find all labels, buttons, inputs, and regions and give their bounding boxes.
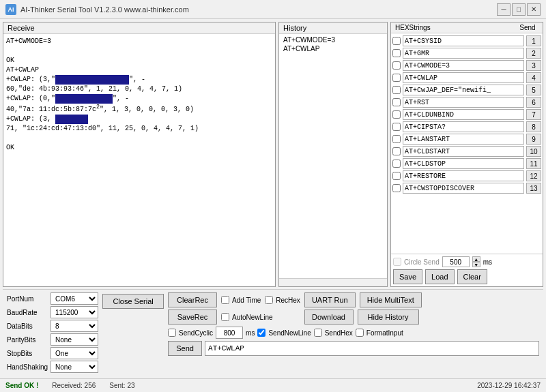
mt-checkbox-6[interactable] — [392, 98, 401, 106]
history-scrollbar[interactable] — [279, 278, 387, 286]
mt-send-btn-4[interactable]: 4 — [526, 72, 541, 83]
mt-send-btn-13[interactable]: 13 — [526, 183, 541, 194]
mt-input-8[interactable] — [403, 121, 524, 132]
receive-text[interactable]: AT+CWMODE=3 OK AT+CWLAP +CWLAP: (3," ", … — [3, 34, 275, 286]
mt-send-btn-6[interactable]: 6 — [526, 97, 541, 108]
mt-send-btn-12[interactable]: 12 — [526, 170, 541, 181]
mt-checkbox-11[interactable] — [392, 160, 401, 168]
send-cyclic-checkbox[interactable] — [168, 329, 176, 337]
hide-multitext-button[interactable]: Hide MultiText — [360, 292, 422, 307]
clear-rec-button[interactable]: ClearRec — [168, 292, 217, 307]
hand-shaking-select[interactable]: None — [51, 361, 98, 373]
send-cyclic-label: SendCyclic — [179, 329, 213, 337]
mt-checkbox-5[interactable] — [392, 86, 401, 94]
mt-checkbox-2[interactable] — [392, 49, 401, 57]
multitext-row: 7 — [391, 108, 543, 121]
maximize-button[interactable]: □ — [512, 3, 526, 16]
mt-checkbox-7[interactable] — [392, 110, 401, 119]
mt-send-btn-11[interactable]: 11 — [526, 158, 541, 169]
mt-send-btn-7[interactable]: 7 — [526, 109, 541, 120]
port-num-select[interactable]: COM6 — [51, 292, 98, 305]
rec-hex-row: RecHex — [265, 296, 300, 304]
uart-run-button[interactable]: UART Run — [304, 292, 356, 307]
mt-input-11[interactable] — [403, 158, 524, 169]
close-serial-button[interactable]: Close Serial — [102, 294, 164, 309]
history-list[interactable]: AT+CWMODE=3 AT+CWLAP — [279, 34, 387, 278]
mt-send-btn-1[interactable]: 1 — [526, 35, 541, 46]
ms-up-arrow[interactable]: ▲ — [472, 256, 480, 262]
main-content: Receive AT+CWMODE=3 OK AT+CWLAP +CWLAP: … — [0, 19, 546, 378]
auto-newline-row: AutoNewLine — [221, 313, 272, 321]
clear-button[interactable]: Clear — [457, 269, 487, 284]
mt-send-btn-10[interactable]: 10 — [526, 146, 541, 157]
cyclic-ms-input[interactable] — [216, 327, 243, 339]
mt-input-5[interactable] — [403, 85, 524, 95]
mt-input-6[interactable] — [403, 97, 524, 108]
ms-down-arrow[interactable]: ▼ — [472, 262, 480, 267]
format-input-row: FormatInput — [356, 329, 403, 337]
multitext-header-cols: HEX Strings Send — [395, 24, 538, 31]
circle-send-checkbox[interactable] — [393, 258, 401, 266]
history-panel: History AT+CWMODE=3 AT+CWLAP — [278, 22, 388, 287]
mt-input-1[interactable] — [403, 35, 524, 46]
mt-input-9[interactable] — [403, 134, 524, 145]
ms-label: ms — [483, 258, 492, 266]
save-rec-button[interactable]: SaveRec — [168, 310, 217, 325]
serial-btn-area: Close Serial — [102, 292, 164, 309]
download-button[interactable]: Download — [304, 310, 354, 325]
mt-send-btn-3[interactable]: 3 — [526, 60, 541, 71]
data-bits-select[interactable]: 8 — [51, 320, 98, 332]
mt-send-btn-9[interactable]: 9 — [526, 134, 541, 145]
auto-newline-label: AutoNewLine — [232, 314, 272, 321]
format-input-label: FormatInput — [367, 329, 403, 337]
multitext-row: 5 — [391, 84, 543, 96]
format-input-checkbox[interactable] — [356, 329, 364, 337]
mt-checkbox-13[interactable] — [392, 184, 401, 192]
send-hex-checkbox[interactable] — [314, 329, 322, 337]
mt-input-12[interactable] — [403, 170, 524, 181]
send-input[interactable] — [205, 341, 539, 356]
send-newline-checkbox[interactable] — [257, 329, 265, 337]
mt-send-btn-5[interactable]: 5 — [526, 85, 541, 95]
received-status: Received: 256 — [52, 382, 96, 389]
mt-input-13[interactable] — [403, 183, 524, 194]
parity-bits-label: ParityBits — [7, 336, 48, 344]
multitext-row: 6 — [391, 96, 543, 108]
mt-checkbox-4[interactable] — [392, 74, 401, 82]
mt-checkbox-9[interactable] — [392, 135, 401, 143]
mt-input-10[interactable] — [403, 146, 524, 157]
mt-input-3[interactable] — [403, 60, 524, 71]
stop-bits-select[interactable]: One — [51, 347, 98, 359]
mt-send-btn-8[interactable]: 8 — [526, 121, 541, 132]
mt-checkbox-12[interactable] — [392, 172, 401, 180]
auto-newline-checkbox[interactable] — [221, 313, 229, 321]
circle-send-label: Circle Send — [404, 258, 440, 266]
mt-input-2[interactable] — [403, 48, 524, 59]
mt-checkbox-8[interactable] — [392, 123, 401, 131]
col-strings-label: Strings — [410, 24, 517, 31]
rec-hex-label: RecHex — [276, 297, 300, 304]
history-item[interactable]: AT+CWMODE=3 — [281, 35, 386, 44]
add-time-checkbox[interactable] — [221, 296, 229, 304]
send-button[interactable]: Send — [168, 341, 202, 356]
load-button[interactable]: Load — [425, 269, 454, 284]
rec-hex-checkbox[interactable] — [265, 296, 273, 304]
mt-input-4[interactable] — [403, 72, 524, 83]
title-bar: AI AI-Thinker Serial Tool V1.2.3.0 www.a… — [0, 0, 546, 19]
mt-send-btn-2[interactable]: 2 — [526, 48, 541, 59]
close-button[interactable]: ✕ — [527, 3, 541, 16]
save-button[interactable]: Save — [393, 269, 422, 284]
circle-send-input[interactable] — [442, 256, 470, 267]
minimize-button[interactable]: ─ — [497, 3, 511, 16]
hide-history-button[interactable]: Hide History — [358, 310, 419, 325]
history-item[interactable]: AT+CWLAP — [281, 44, 386, 53]
multitext-row: 2 — [391, 47, 543, 59]
send-hex-label: SendHex — [325, 329, 353, 337]
mt-checkbox-1[interactable] — [392, 37, 401, 45]
baud-rate-select[interactable]: 115200 — [51, 306, 98, 318]
mt-checkbox-10[interactable] — [392, 147, 401, 155]
mt-checkbox-3[interactable] — [392, 61, 401, 70]
parity-bits-select[interactable]: None — [51, 333, 98, 346]
mt-input-7[interactable] — [403, 109, 524, 120]
data-bits-label: DataBits — [7, 322, 48, 330]
